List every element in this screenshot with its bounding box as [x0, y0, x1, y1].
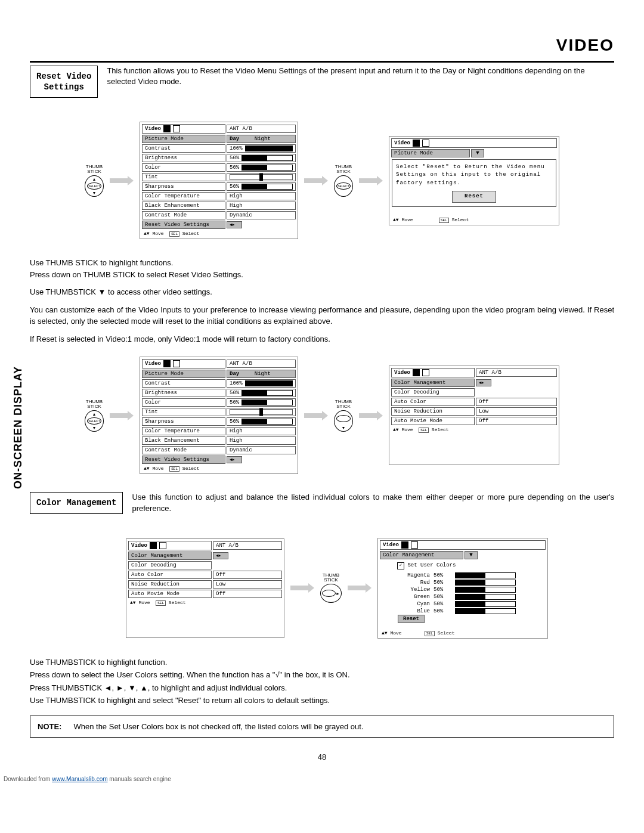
manualslib-link[interactable]: www.Manualslib.com: [52, 776, 107, 782]
page-title: VIDEO: [30, 36, 614, 55]
arrow-icon: [304, 176, 328, 185]
arrow-icon: [359, 411, 383, 420]
note-box: NOTE: When the Set User Colors box is no…: [30, 716, 614, 738]
thumbstick-icon: THUMB STICK ▲SELECT▼: [85, 400, 104, 432]
header-rule: [30, 61, 614, 63]
instructions: Use THUMB STICK to highlight functions.P…: [30, 257, 614, 345]
reset-video-label: Reset Video Settings: [30, 66, 98, 98]
diagram-reset-2: THUMB STICK ▲SELECT▼ Video ANT A/B Pictu…: [30, 357, 614, 474]
osd-video-menu: Video ANT A/B Picture ModeDay NightContr…: [140, 122, 298, 239]
thumbstick-icon: THUMB STICK ►: [320, 573, 342, 603]
page-number: 48: [30, 753, 614, 761]
thumbstick-icon: THUMB STICK ▼: [334, 400, 353, 432]
diagram-color-mgmt: Video ANT A/B Color Management◄►Color De…: [30, 538, 614, 639]
osd-user-colors: Video Color Management ▼ ✓ Set User Colo…: [377, 538, 548, 639]
diagram-reset-1: THUMB STICK ▲SELECT▼ Video ANT A/B Pictu…: [30, 122, 614, 239]
arrow-icon: [290, 583, 314, 593]
color-instructions: Use THUMBSTICK to highlight function. Pr…: [30, 657, 614, 707]
osd-color-mgmt-menu: Video ANT A/B Color Management◄►Color De…: [389, 366, 559, 465]
arrow-icon: [359, 176, 383, 185]
reset-video-intro: This function allows you to Reset the Vi…: [107, 66, 614, 98]
thumbstick-icon: THUMB STICK ▲SELECT▼: [85, 165, 104, 197]
osd-color-mgmt-menu-2: Video ANT A/B Color Management◄►Color De…: [126, 538, 284, 638]
arrow-icon: [110, 176, 134, 185]
sidebar-on-screen-display: ON-SCREEN DISPLAY: [12, 366, 24, 489]
download-footer: Downloaded from www.Manualslib.com manua…: [0, 773, 644, 785]
osd-video-menu-2: Video ANT A/B Picture ModeDay NightContr…: [140, 357, 298, 474]
color-management-intro: Use this function to adjust and balance …: [132, 492, 614, 513]
thumbstick-icon: THUMB STICK SELECT: [334, 165, 353, 197]
arrow-icon: [348, 583, 371, 593]
arrow-icon: [110, 411, 134, 420]
color-management-label: Color Management: [30, 492, 123, 513]
arrow-icon: [304, 411, 328, 420]
osd-reset-confirm: Video Picture Mode ▼ Select "Reset" to R…: [389, 136, 559, 225]
